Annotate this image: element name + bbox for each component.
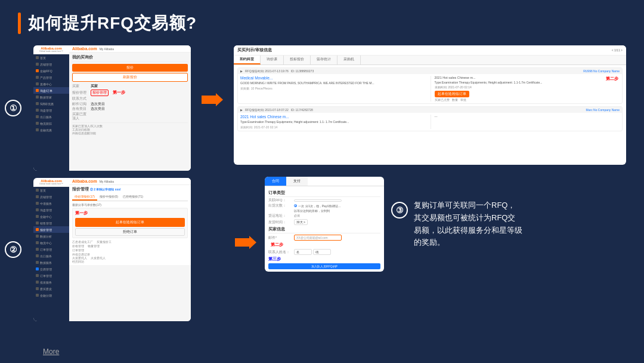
ali-top-bar-2: Alibaba.com My Alibaba [69,178,191,185]
contract-order-type: 订单类型 [268,190,380,197]
nav-inquiry2-1[interactable]: 询盘管理 [33,107,69,113]
screenshot-box-1: Alibaba.com Global trade starts here™ 首页… [33,45,191,171]
rfq-title: 买买列示/审核信息 [237,47,272,53]
nav2-quote[interactable]: 报价管理 [33,226,69,233]
nav-finance-1[interactable]: 金融优惠 [33,127,69,133]
nav2-dataservice[interactable]: 数据服务 [33,259,69,266]
nav2-logistics[interactable]: 物流中心 [33,239,69,246]
nav2-home[interactable]: 首页 [33,187,69,193]
nav2-trade[interactable]: 交易管理 [33,266,69,272]
rfq-row-2-header: ▶ RFQ报告时间: 2021-07-18 07:22 ID: 117/4282… [238,107,622,113]
content-area: ① Alibaba.com Global trade starts here™ … [18,45,626,321]
nav-rfq-1[interactable]: 金融RFQ [33,67,69,74]
contract-submit-btn[interactable]: 加入队人员RFQ的P [268,263,380,269]
rfq-date2-2: 采购时间: 2021-07-20 02:14 [240,125,426,129]
nav2-shop[interactable]: 店铺管理 [33,193,69,200]
nav-live-1[interactable]: 直播中心 [33,81,69,87]
nav-export-1[interactable]: 出口服务 [33,113,69,120]
content-title-2: 报价管理 ② 2 单独认学须知 xxx/ [72,187,188,192]
nav-product-1[interactable]: 产品管理 [33,74,69,81]
rfq-right-placeholder: 2021 Hot sales Chinese m... [435,76,620,79]
tip-text-3: 复购订单可关联同一个RFQ，其交易额也可被统计为RFQ交易额，以此获得服务分和星… [414,199,522,249]
nav-logistics-1[interactable]: 物流跟踪 [33,120,69,127]
rfq-row-2: ▶ RFQ报告时间: 2021-07-18 07:22 ID: 117/4282… [237,106,623,131]
rfq-id-1: ID: 11388950273 [291,69,314,73]
step3-label: 第三步 [268,257,281,261]
screenshot-box-2: Alibaba.com Global trade starts here™ 首页… [33,178,191,321]
radio-once[interactable] [294,204,297,207]
nav2-inquiry[interactable]: 询盘管理 [33,207,69,213]
contract-contact-firstname[interactable]: 名 [294,249,312,255]
nav-dot [36,102,39,105]
contract-option-row: 以等分达到此目标，分到到 [268,209,380,213]
rfq-tab-4[interactable]: 采购机 [338,56,361,64]
ali-logo-sub-1: Global trade starts here™ [39,50,63,53]
rfq-user-2: Marc No Company Name [586,108,620,112]
title-bar-decoration [18,13,21,34]
contract-contact-lastname[interactable]: /名 [313,249,331,255]
nav-shop-1[interactable]: 店铺管理 [33,61,69,67]
nav2-order[interactable]: 订单管理 [33,246,69,253]
rfq-row-2-body: 2021 Hot sales Chinese m... Type:Examina… [238,113,622,131]
contract-email-input[interactable]: XX@公司邮箱@ail.com [294,235,342,241]
nav2-order2[interactable]: 订单管理 [33,272,69,279]
rfq-right-options: 买家已点赞 数量 审批 [435,98,620,101]
step1-area: 第一步 [75,210,185,216]
more-link[interactable]: More [43,347,59,356]
nav-home-1[interactable]: 首页 [33,54,69,61]
highlight-quote-mgmt: 报价管理 [91,90,109,96]
nav2-export[interactable]: 出口服务 [33,253,69,259]
btn-quote-1[interactable]: 报价 [72,64,188,72]
nav2-delegate[interactable]: 委买委卖 [33,285,69,292]
tab-rejected[interactable]: 已拒绝报价(71) [120,193,145,201]
rfq-action-btn[interactable]: 起单创造相似订单 [435,91,469,97]
ali-logo-2: Alibaba.com Global trade starts here™ [33,178,69,187]
form-row-top: 买家已置顶人 [72,112,188,121]
rfq-tab-3[interactable]: 留存统计 [311,56,338,64]
nav-dot [36,122,39,125]
nav-dot [36,115,39,118]
nav2-sales[interactable]: 销售管理 [33,220,69,226]
rfq-date-1: RFQ报告时间: 2021-07-13 19:76 [245,69,289,73]
step1-label-1: 第一步 [113,90,125,96]
outline-btn-2[interactable]: 拒绝订单 [75,228,185,236]
step1-label-2: 第一步 [75,210,88,216]
arrow-icon-2 [235,236,256,249]
contract-tab-contract[interactable]: 合同 [265,177,286,186]
form-row-contact: 联系方式 [72,97,188,101]
rfq-date-2: RFQ报告时间: 2021-07-18 07:22 [245,108,289,112]
contract-tab-payment[interactable]: 支付 [286,177,308,186]
contract-buyer-title: 买家信息 [268,227,380,233]
contract-rfq-input[interactable] [294,199,342,202]
tab-in-progress[interactable]: 报价中报价(0) [97,193,120,201]
rfq-id-2: ID: 117/4282728 [291,108,313,112]
rfq-product-title-2[interactable]: 2021 Hot sales Chinese m... [240,115,426,119]
nav-dot [36,96,39,99]
quote-tabs: 待处理报价(17) 报价中报价(0) 已拒绝报价(71) [72,193,188,201]
nav2-data[interactable]: 数据分析 [33,233,69,239]
rfq-right-empty: — [435,115,620,118]
section-2-wrapper: ② Alibaba.com Global trade starts here™ … [18,178,191,321]
rfq-product-title-1[interactable]: Medical Movable... [240,76,426,80]
rfq-tab-2[interactable]: 投标报价 [284,56,311,64]
nav2-installment[interactable]: 金融分期 [33,292,69,299]
nav-data-1[interactable]: 数据管家 [33,94,69,100]
nav-survey-1[interactable]: S调研优惠 [33,100,69,107]
nav-dot [36,189,39,192]
rfq-tab-1[interactable]: 询价课 [261,56,284,64]
contract-contact-inputs: 名 /名 [294,249,331,255]
section-1-wrapper: ① Alibaba.com Global trade starts here™ … [18,45,191,171]
nav-inquiry-1[interactable]: 询盘/订单 [33,87,69,94]
nav2-wholesale[interactable]: 批发服务 [33,279,69,285]
contract-email-row: 邮件* XX@公司邮箱@ail.com [268,235,380,241]
btn-refresh-1[interactable]: 刷新报价 [72,73,188,82]
rfq-row-1-header: ▶ RFQ报告时间: 2021-07-13 19:76 ID: 11388950… [238,68,622,74]
rfq-page-nav[interactable]: < 1/11 > [612,48,623,52]
nav2-finance[interactable]: 金融中心 [33,213,69,220]
nav2-service[interactable]: 中港服务 [33,200,69,207]
tab-pending[interactable]: 待处理报价(17) [72,193,97,201]
top-logo-2: Alibaba.com [72,179,97,183]
rfq-tab-0[interactable]: 和约科室 [234,56,261,64]
contract-time-input[interactable]: 30天 > [294,219,308,225]
big-btn-2[interactable]: 起单创造相似订单 [75,218,185,227]
